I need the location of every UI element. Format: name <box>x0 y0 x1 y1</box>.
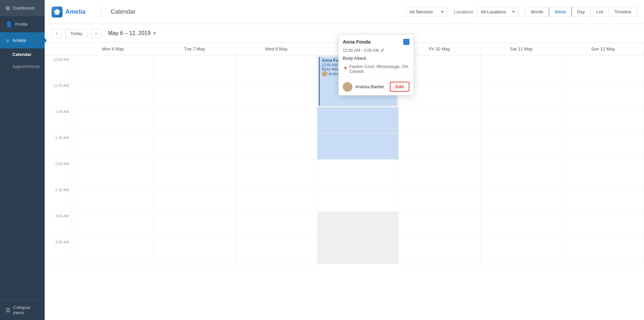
popup-color-dot <box>403 39 409 45</box>
cell-thu-230[interactable] <box>317 186 399 212</box>
view-buttons: Month Week Day List Timeline <box>525 7 637 17</box>
cell-sun-330[interactable] <box>562 238 644 264</box>
sidebar-item-profile[interactable]: 👤 Profile <box>0 16 45 32</box>
cell-wed-330[interactable] <box>236 238 317 264</box>
view-month-button[interactable]: Month <box>526 7 549 16</box>
time-label-200am: 2:00 AM <box>45 160 72 185</box>
cell-sun-1230[interactable] <box>562 81 644 107</box>
cell-sat-330[interactable] <box>481 238 562 264</box>
cell-mon-1200[interactable] <box>72 55 154 81</box>
employee-avatar <box>322 71 327 77</box>
popup-header: Anna Fonda <box>339 35 414 46</box>
view-week-button[interactable]: Week <box>549 7 572 17</box>
today-button[interactable]: Today <box>65 29 88 38</box>
popup-customer-name: Anna Fonda <box>343 39 371 45</box>
cell-mon-300[interactable] <box>72 212 154 238</box>
cell-sat-130[interactable] <box>481 134 562 159</box>
date-picker-arrow[interactable]: ▼ <box>152 31 157 36</box>
cell-sun-100[interactable] <box>562 107 644 133</box>
cell-fri-300[interactable] <box>399 212 481 238</box>
cell-wed-300[interactable] <box>236 212 317 238</box>
cell-mon-230[interactable] <box>72 186 154 212</box>
popup-employee-info: Andrea Barber <box>343 82 384 92</box>
collapse-menu-button[interactable]: ☰ Collapse menu <box>0 300 45 320</box>
cell-wed-200[interactable] <box>236 160 317 185</box>
sidebar-item-dashboard[interactable]: ⊞ Dashboard <box>0 0 45 16</box>
time-label-1200am: 12:00 AM <box>45 55 72 81</box>
cell-thu-300[interactable] <box>317 212 399 238</box>
sidebar-bottom: ☰ Collapse menu <box>0 300 45 320</box>
cell-sat-230[interactable] <box>481 186 562 212</box>
cell-wed-230[interactable] <box>236 186 317 212</box>
svg-point-3 <box>344 88 351 92</box>
cell-mon-1230[interactable] <box>72 81 154 107</box>
cell-fri-100[interactable] <box>399 107 481 133</box>
cell-mon-330[interactable] <box>72 238 154 264</box>
cell-tue-130[interactable] <box>154 134 236 159</box>
services-filter: All Services <box>406 7 447 17</box>
popup-employee-row: Andrea Barber Edit <box>339 80 414 95</box>
cell-tue-1230[interactable] <box>154 81 236 107</box>
cell-mon-130[interactable] <box>72 134 154 159</box>
cell-fri-330[interactable] <box>399 238 481 264</box>
profile-icon: 👤 <box>5 21 12 27</box>
cell-tue-200[interactable] <box>154 160 236 185</box>
cell-sun-230[interactable] <box>562 186 644 212</box>
day-header-mon: Mon 6 May <box>72 43 154 55</box>
day-header-sat: Sat 11 May <box>481 43 562 55</box>
cell-sat-300[interactable] <box>481 212 562 238</box>
popup-location: 📍 Fasdon Court, Mississauga, ON, Canada <box>339 64 414 77</box>
cell-sun-200[interactable] <box>562 160 644 185</box>
locations-select[interactable]: All Locations <box>477 7 518 17</box>
cell-fri-130[interactable] <box>399 134 481 159</box>
view-timeline-button[interactable]: Timeline <box>609 7 637 16</box>
cell-mon-200[interactable] <box>72 160 154 185</box>
cell-sat-1200[interactable] <box>481 55 562 81</box>
time-row-300am: 3:00 AM <box>45 212 644 238</box>
cell-sat-1230[interactable] <box>481 81 562 107</box>
services-select[interactable]: All Services <box>406 7 447 17</box>
popup-divider <box>339 77 414 77</box>
appointment-popup: Anna Fonda 12:00 AM - 2:00 AM ✔ Body Att… <box>338 34 414 95</box>
day-header-sun: Sun 12 May <box>562 43 644 55</box>
cell-sun-1200[interactable] <box>562 55 644 81</box>
time-label-300am: 3:00 AM <box>45 212 72 238</box>
cell-tue-100[interactable] <box>154 107 236 133</box>
sidebar-sub-appointments[interactable]: Appointments <box>0 60 45 72</box>
cell-thu-130[interactable] <box>317 134 399 159</box>
sidebar-sub-calendar[interactable]: Calendar <box>0 48 45 60</box>
cell-wed-130[interactable] <box>236 134 317 159</box>
logo-text: Amelia <box>65 8 86 15</box>
popup-time-text: 12:00 AM - 2:00 AM <box>343 48 379 53</box>
sidebar-item-amelia[interactable]: ◈ Amelia <box>0 32 45 48</box>
cell-wed-1200[interactable] <box>236 55 317 81</box>
cell-tue-230[interactable] <box>154 186 236 212</box>
cell-mon-100[interactable] <box>72 107 154 133</box>
next-button[interactable]: › <box>91 28 101 38</box>
cell-thu-330[interactable] <box>317 238 399 264</box>
cell-tue-330[interactable] <box>154 238 236 264</box>
cell-sat-200[interactable] <box>481 160 562 185</box>
time-row-130am: 1:30 AM <box>45 134 644 160</box>
sidebar-item-dashboard-label: Dashboard <box>13 5 35 11</box>
view-list-button[interactable]: List <box>591 7 609 16</box>
cell-thu-200[interactable] <box>317 160 399 185</box>
cell-wed-1230[interactable] <box>236 81 317 107</box>
time-row-330am: 3:30 AM <box>45 238 644 264</box>
prev-button[interactable]: ‹ <box>52 28 62 38</box>
cell-sun-300[interactable] <box>562 212 644 238</box>
cell-fri-230[interactable] <box>399 186 481 212</box>
cell-wed-100[interactable] <box>236 107 317 133</box>
dashboard-icon: ⊞ <box>5 5 10 11</box>
popup-check-icon: ✔ <box>380 47 385 54</box>
edit-button[interactable]: Edit <box>390 82 409 92</box>
view-day-button[interactable]: Day <box>572 7 591 16</box>
time-row-230am: 2:30 AM <box>45 186 644 212</box>
cell-tue-300[interactable] <box>154 212 236 238</box>
logo-icon <box>52 7 63 18</box>
cell-tue-1200[interactable] <box>154 55 236 81</box>
cell-thu-100[interactable] <box>317 107 399 133</box>
cell-fri-200[interactable] <box>399 160 481 185</box>
cell-sat-100[interactable] <box>481 107 562 133</box>
cell-sun-130[interactable] <box>562 134 644 159</box>
